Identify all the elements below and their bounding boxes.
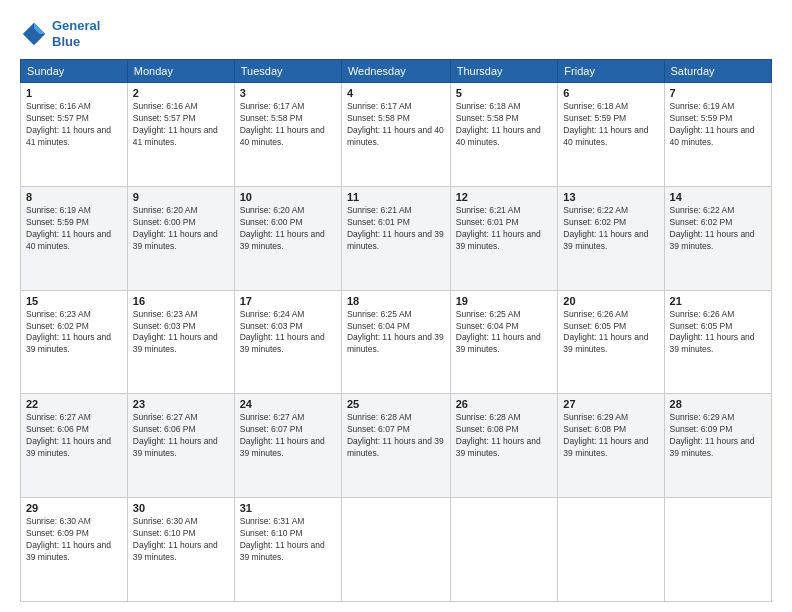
day-number: 2 <box>133 87 229 99</box>
day-content: Sunrise: 6:21 AM Sunset: 6:01 PM Dayligh… <box>347 205 445 253</box>
calendar-cell: 15 Sunrise: 6:23 AM Sunset: 6:02 PM Dayl… <box>21 290 128 394</box>
day-number: 15 <box>26 295 122 307</box>
calendar-cell: 23 Sunrise: 6:27 AM Sunset: 6:06 PM Dayl… <box>127 394 234 498</box>
day-number: 12 <box>456 191 553 203</box>
calendar-cell: 10 Sunrise: 6:20 AM Sunset: 6:00 PM Dayl… <box>234 186 341 290</box>
day-number: 21 <box>670 295 766 307</box>
day-content: Sunrise: 6:19 AM Sunset: 5:59 PM Dayligh… <box>26 205 122 253</box>
day-number: 18 <box>347 295 445 307</box>
day-of-week-header: Thursday <box>450 60 558 83</box>
day-number: 19 <box>456 295 553 307</box>
day-of-week-header: Saturday <box>664 60 771 83</box>
day-number: 25 <box>347 398 445 410</box>
calendar-cell: 11 Sunrise: 6:21 AM Sunset: 6:01 PM Dayl… <box>341 186 450 290</box>
calendar-cell: 31 Sunrise: 6:31 AM Sunset: 6:10 PM Dayl… <box>234 498 341 602</box>
calendar-week-row: 15 Sunrise: 6:23 AM Sunset: 6:02 PM Dayl… <box>21 290 772 394</box>
calendar-cell: 3 Sunrise: 6:17 AM Sunset: 5:58 PM Dayli… <box>234 83 341 187</box>
day-number: 29 <box>26 502 122 514</box>
day-content: Sunrise: 6:25 AM Sunset: 6:04 PM Dayligh… <box>456 309 553 357</box>
day-content: Sunrise: 6:21 AM Sunset: 6:01 PM Dayligh… <box>456 205 553 253</box>
calendar-cell: 24 Sunrise: 6:27 AM Sunset: 6:07 PM Dayl… <box>234 394 341 498</box>
day-number: 16 <box>133 295 229 307</box>
calendar-cell: 25 Sunrise: 6:28 AM Sunset: 6:07 PM Dayl… <box>341 394 450 498</box>
day-number: 17 <box>240 295 336 307</box>
day-content: Sunrise: 6:31 AM Sunset: 6:10 PM Dayligh… <box>240 516 336 564</box>
calendar: SundayMondayTuesdayWednesdayThursdayFrid… <box>20 59 772 602</box>
calendar-cell: 8 Sunrise: 6:19 AM Sunset: 5:59 PM Dayli… <box>21 186 128 290</box>
day-of-week-header: Sunday <box>21 60 128 83</box>
page: General Blue SundayMondayTuesdayWednesda… <box>0 0 792 612</box>
calendar-cell: 2 Sunrise: 6:16 AM Sunset: 5:57 PM Dayli… <box>127 83 234 187</box>
day-number: 22 <box>26 398 122 410</box>
day-number: 4 <box>347 87 445 99</box>
day-content: Sunrise: 6:22 AM Sunset: 6:02 PM Dayligh… <box>563 205 658 253</box>
calendar-week-row: 22 Sunrise: 6:27 AM Sunset: 6:06 PM Dayl… <box>21 394 772 498</box>
calendar-cell: 19 Sunrise: 6:25 AM Sunset: 6:04 PM Dayl… <box>450 290 558 394</box>
day-content: Sunrise: 6:28 AM Sunset: 6:07 PM Dayligh… <box>347 412 445 460</box>
logo-icon <box>20 20 48 48</box>
day-content: Sunrise: 6:26 AM Sunset: 6:05 PM Dayligh… <box>670 309 766 357</box>
calendar-cell <box>664 498 771 602</box>
day-number: 24 <box>240 398 336 410</box>
header: General Blue <box>20 18 772 49</box>
day-content: Sunrise: 6:27 AM Sunset: 6:06 PM Dayligh… <box>26 412 122 460</box>
day-content: Sunrise: 6:29 AM Sunset: 6:08 PM Dayligh… <box>563 412 658 460</box>
calendar-cell: 16 Sunrise: 6:23 AM Sunset: 6:03 PM Dayl… <box>127 290 234 394</box>
day-content: Sunrise: 6:30 AM Sunset: 6:10 PM Dayligh… <box>133 516 229 564</box>
day-content: Sunrise: 6:17 AM Sunset: 5:58 PM Dayligh… <box>240 101 336 149</box>
day-content: Sunrise: 6:18 AM Sunset: 5:59 PM Dayligh… <box>563 101 658 149</box>
day-of-week-header: Wednesday <box>341 60 450 83</box>
calendar-body: 1 Sunrise: 6:16 AM Sunset: 5:57 PM Dayli… <box>21 83 772 602</box>
day-number: 31 <box>240 502 336 514</box>
calendar-cell: 1 Sunrise: 6:16 AM Sunset: 5:57 PM Dayli… <box>21 83 128 187</box>
day-number: 26 <box>456 398 553 410</box>
logo-text: General Blue <box>52 18 100 49</box>
calendar-week-row: 1 Sunrise: 6:16 AM Sunset: 5:57 PM Dayli… <box>21 83 772 187</box>
day-content: Sunrise: 6:20 AM Sunset: 6:00 PM Dayligh… <box>133 205 229 253</box>
calendar-cell: 12 Sunrise: 6:21 AM Sunset: 6:01 PM Dayl… <box>450 186 558 290</box>
calendar-cell: 17 Sunrise: 6:24 AM Sunset: 6:03 PM Dayl… <box>234 290 341 394</box>
day-number: 13 <box>563 191 658 203</box>
logo: General Blue <box>20 18 100 49</box>
calendar-week-row: 8 Sunrise: 6:19 AM Sunset: 5:59 PM Dayli… <box>21 186 772 290</box>
calendar-cell: 22 Sunrise: 6:27 AM Sunset: 6:06 PM Dayl… <box>21 394 128 498</box>
day-content: Sunrise: 6:20 AM Sunset: 6:00 PM Dayligh… <box>240 205 336 253</box>
day-number: 5 <box>456 87 553 99</box>
calendar-week-row: 29 Sunrise: 6:30 AM Sunset: 6:09 PM Dayl… <box>21 498 772 602</box>
day-number: 27 <box>563 398 658 410</box>
day-number: 30 <box>133 502 229 514</box>
day-content: Sunrise: 6:19 AM Sunset: 5:59 PM Dayligh… <box>670 101 766 149</box>
day-number: 14 <box>670 191 766 203</box>
day-of-week-header: Monday <box>127 60 234 83</box>
calendar-cell: 13 Sunrise: 6:22 AM Sunset: 6:02 PM Dayl… <box>558 186 664 290</box>
day-number: 10 <box>240 191 336 203</box>
day-content: Sunrise: 6:28 AM Sunset: 6:08 PM Dayligh… <box>456 412 553 460</box>
day-content: Sunrise: 6:24 AM Sunset: 6:03 PM Dayligh… <box>240 309 336 357</box>
day-content: Sunrise: 6:30 AM Sunset: 6:09 PM Dayligh… <box>26 516 122 564</box>
calendar-cell: 6 Sunrise: 6:18 AM Sunset: 5:59 PM Dayli… <box>558 83 664 187</box>
day-content: Sunrise: 6:23 AM Sunset: 6:02 PM Dayligh… <box>26 309 122 357</box>
calendar-cell: 30 Sunrise: 6:30 AM Sunset: 6:10 PM Dayl… <box>127 498 234 602</box>
day-number: 7 <box>670 87 766 99</box>
day-content: Sunrise: 6:22 AM Sunset: 6:02 PM Dayligh… <box>670 205 766 253</box>
day-number: 28 <box>670 398 766 410</box>
day-number: 3 <box>240 87 336 99</box>
day-content: Sunrise: 6:17 AM Sunset: 5:58 PM Dayligh… <box>347 101 445 149</box>
calendar-cell: 14 Sunrise: 6:22 AM Sunset: 6:02 PM Dayl… <box>664 186 771 290</box>
day-content: Sunrise: 6:29 AM Sunset: 6:09 PM Dayligh… <box>670 412 766 460</box>
day-content: Sunrise: 6:26 AM Sunset: 6:05 PM Dayligh… <box>563 309 658 357</box>
day-number: 6 <box>563 87 658 99</box>
calendar-cell <box>558 498 664 602</box>
day-content: Sunrise: 6:16 AM Sunset: 5:57 PM Dayligh… <box>26 101 122 149</box>
calendar-cell: 26 Sunrise: 6:28 AM Sunset: 6:08 PM Dayl… <box>450 394 558 498</box>
day-number: 23 <box>133 398 229 410</box>
calendar-cell: 29 Sunrise: 6:30 AM Sunset: 6:09 PM Dayl… <box>21 498 128 602</box>
calendar-cell: 9 Sunrise: 6:20 AM Sunset: 6:00 PM Dayli… <box>127 186 234 290</box>
calendar-cell: 20 Sunrise: 6:26 AM Sunset: 6:05 PM Dayl… <box>558 290 664 394</box>
calendar-cell <box>341 498 450 602</box>
calendar-cell: 18 Sunrise: 6:25 AM Sunset: 6:04 PM Dayl… <box>341 290 450 394</box>
day-content: Sunrise: 6:27 AM Sunset: 6:07 PM Dayligh… <box>240 412 336 460</box>
day-number: 9 <box>133 191 229 203</box>
day-content: Sunrise: 6:23 AM Sunset: 6:03 PM Dayligh… <box>133 309 229 357</box>
calendar-cell: 28 Sunrise: 6:29 AM Sunset: 6:09 PM Dayl… <box>664 394 771 498</box>
